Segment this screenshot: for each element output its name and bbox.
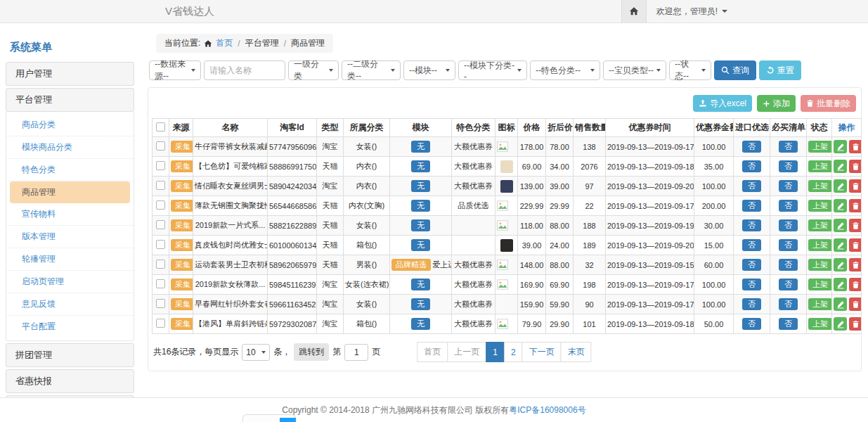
breadcrumb-home-link[interactable]: 首页 (216, 37, 233, 49)
page-number-input[interactable] (344, 344, 368, 361)
row-checkbox[interactable] (156, 260, 165, 269)
must-buy-badge[interactable]: 否 (779, 318, 798, 330)
batch-delete-button[interactable]: 批量删除 (801, 95, 856, 112)
edit-button[interactable] (834, 199, 847, 212)
sidebar-item-启动页管理[interactable]: 启动页管理 (6, 271, 134, 293)
row-checkbox[interactable] (156, 181, 165, 190)
page-button-1[interactable]: 1 (486, 342, 505, 362)
sidebar-item-轮播管理[interactable]: 轮播管理 (6, 248, 134, 271)
filter-select-0[interactable]: --数据来源-- (149, 60, 201, 80)
edit-button[interactable] (834, 298, 847, 311)
delete-button[interactable] (849, 298, 862, 311)
filter-select-2[interactable]: 一级分类 (288, 60, 339, 80)
module-badge[interactable]: 无 (411, 239, 430, 251)
sidebar-group-用户管理[interactable]: 用户管理 (6, 62, 134, 86)
must-buy-badge[interactable]: 否 (779, 180, 798, 192)
delete-button[interactable] (849, 199, 862, 212)
must-buy-badge[interactable]: 否 (779, 239, 798, 251)
edit-button[interactable] (834, 219, 847, 232)
import-select-badge[interactable]: 否 (742, 180, 761, 192)
sidebar-group-拼团管理[interactable]: 拼团管理 (6, 343, 134, 367)
delete-button[interactable] (849, 317, 862, 331)
edit-button[interactable] (834, 179, 847, 193)
delete-button[interactable] (849, 219, 862, 232)
import-select-badge[interactable]: 否 (742, 239, 761, 251)
must-buy-badge[interactable]: 否 (779, 141, 798, 153)
sidebar-item-商品管理[interactable]: 商品管理 (10, 181, 130, 203)
reset-button[interactable]: 重置 (759, 60, 801, 80)
delete-button[interactable] (849, 179, 862, 193)
module-badge[interactable]: 无 (411, 160, 430, 172)
row-checkbox[interactable] (156, 161, 165, 170)
sidebar-item-商品分类[interactable]: 商品分类 (6, 114, 134, 136)
filter-select-6[interactable]: --特色分类-- (530, 60, 600, 80)
module-badge[interactable]: 无 (411, 180, 430, 192)
delete-button[interactable] (849, 140, 862, 153)
edit-button[interactable] (834, 140, 847, 153)
module-badge[interactable]: 无 (411, 298, 430, 310)
edit-button[interactable] (834, 160, 847, 173)
import-select-badge[interactable]: 否 (742, 259, 761, 271)
module-badge[interactable]: 无 (411, 219, 430, 231)
row-checkbox[interactable] (156, 279, 165, 288)
delete-button[interactable] (849, 160, 862, 173)
home-button[interactable] (621, 0, 647, 23)
row-checkbox[interactable] (156, 319, 165, 328)
row-checkbox[interactable] (156, 299, 165, 308)
module-badge[interactable]: 无 (411, 318, 430, 330)
sidebar-item-版本管理[interactable]: 版本管理 (6, 226, 134, 248)
sidebar-item-宣传物料[interactable]: 宣传物料 (6, 203, 134, 226)
must-buy-badge[interactable]: 否 (779, 160, 798, 172)
import-select-badge[interactable]: 否 (742, 279, 761, 290)
edit-button[interactable] (834, 278, 847, 291)
import-select-badge[interactable]: 否 (742, 200, 761, 212)
add-button[interactable]: 添加 (757, 95, 796, 112)
must-buy-badge[interactable]: 否 (779, 279, 798, 290)
row-checkbox[interactable] (156, 200, 165, 210)
per-page-select[interactable]: 10 (242, 344, 270, 361)
icp-link[interactable]: 粤ICP备16098006号 (509, 404, 585, 416)
import-select-badge[interactable]: 否 (742, 318, 761, 330)
page-button-末页[interactable]: 末页 (561, 342, 592, 362)
edit-button[interactable] (834, 317, 847, 331)
page-button-下一页[interactable]: 下一页 (522, 342, 562, 362)
row-checkbox[interactable] (156, 240, 165, 249)
sidebar-group-平台管理[interactable]: 平台管理 (6, 88, 134, 112)
import-select-badge[interactable]: 否 (742, 298, 761, 310)
row-checkbox[interactable] (156, 141, 165, 151)
sidebar-item-特色分类[interactable]: 特色分类 (6, 159, 134, 181)
import-select-badge[interactable]: 否 (742, 160, 761, 172)
module-badge[interactable]: 无 (411, 200, 430, 212)
delete-button[interactable] (849, 278, 862, 291)
delete-button[interactable] (849, 238, 862, 252)
name-search-input[interactable] (209, 65, 280, 75)
page-button-2[interactable]: 2 (504, 342, 523, 362)
must-buy-badge[interactable]: 否 (779, 200, 798, 212)
sidebar-item-意见反馈[interactable]: 意见反馈 (6, 293, 134, 316)
sidebar-group-省惠快报[interactable]: 省惠快报 (6, 369, 134, 393)
must-buy-badge[interactable]: 否 (779, 259, 798, 271)
must-buy-badge[interactable]: 否 (779, 298, 798, 310)
select-all-checkbox[interactable] (156, 122, 165, 132)
delete-button[interactable] (849, 258, 862, 271)
module-badge[interactable]: 无 (411, 141, 430, 153)
import-select-badge[interactable]: 否 (742, 141, 761, 153)
user-menu[interactable]: 欢迎您，管理员! (656, 6, 727, 18)
row-checkbox[interactable] (156, 220, 165, 229)
filter-select-3[interactable]: --二级分类-- (342, 60, 401, 80)
sidebar-item-平台配置[interactable]: 平台配置 (6, 316, 134, 338)
search-button[interactable]: 查询 (714, 60, 756, 80)
filter-select-7[interactable]: --宝贝类型-- (603, 60, 666, 80)
import-excel-button[interactable]: 导入excel (693, 95, 752, 112)
must-buy-badge[interactable]: 否 (779, 219, 798, 231)
module-badge[interactable]: 无 (411, 279, 430, 290)
sidebar-item-模块商品分类[interactable]: 模块商品分类 (6, 136, 134, 159)
filter-select-5[interactable]: --模块下分类-- (458, 60, 527, 80)
module-badge[interactable]: 品牌精选 (391, 259, 431, 271)
edit-button[interactable] (834, 238, 847, 252)
edit-button[interactable] (834, 258, 847, 271)
import-select-badge[interactable]: 否 (742, 219, 761, 231)
filter-select-4[interactable]: --模块-- (403, 60, 455, 80)
jump-button[interactable]: 跳转到 (294, 343, 329, 361)
filter-select-8[interactable]: --状态-- (669, 60, 711, 80)
